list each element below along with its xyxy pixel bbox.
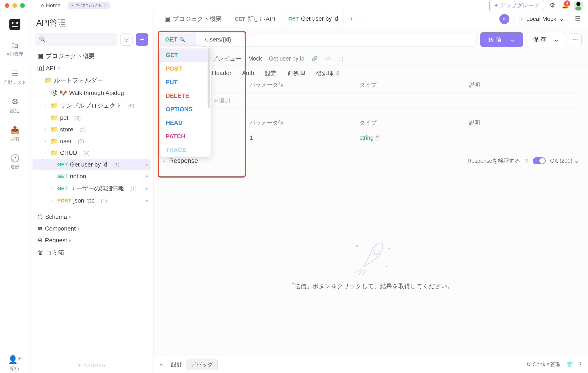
more-button[interactable]: ⋯ — [569, 33, 582, 46]
method-option-options[interactable]: OPTIONS — [160, 103, 210, 116]
menu-button[interactable]: ☰ — [573, 15, 582, 23]
close-window[interactable] — [5, 3, 9, 8]
tree-api-root[interactable]: 🄰API▾ — [32, 62, 151, 74]
code-icon[interactable]: </> — [325, 56, 332, 62]
help-button[interactable]: ? — [579, 361, 582, 368]
project-tab[interactable]: ⟳ マイプロジェクト ✕ — [68, 2, 110, 9]
tree-project-overview[interactable]: ▣プロジェクト概要 — [32, 50, 151, 62]
query-add-row[interactable]: パラメータを追加 — [163, 92, 579, 109]
settings-button[interactable]: ⚙ — [548, 1, 557, 10]
method-option-patch[interactable]: PATCH — [160, 130, 210, 143]
tree-walk-through[interactable]: Ⓜ🐶Walk through Apidog — [32, 87, 151, 99]
history-icon: 🕐 — [10, 154, 20, 163]
param-value[interactable]: 1 — [250, 134, 359, 141]
tab-get-user[interactable]: GETGet user by id — [283, 11, 344, 27]
tree-api-item[interactable]: GETnotion — [32, 170, 151, 182]
api-badge-icon: 🄰 — [38, 65, 43, 72]
method-dropdown: GET POST PUT DELETE OPTIONS HEAD PATCH T… — [160, 47, 210, 157]
rail-label: 設定 — [10, 108, 20, 114]
method-option-post[interactable]: POST — [160, 62, 210, 76]
tree-api-item[interactable]: ›GETGet user by id (1) — [32, 159, 151, 170]
validate-toggle[interactable] — [533, 157, 546, 164]
tree-folder[interactable]: ›📁サンプルプロジェクト (6) — [32, 99, 151, 112]
home-button[interactable]: ⌂ Home — [38, 0, 64, 11]
rail-history[interactable]: 🕐履歴 — [0, 152, 30, 172]
add-button[interactable]: + — [136, 33, 148, 46]
rail-share[interactable]: 📤共有 — [0, 124, 30, 143]
schema-icon: ⬡ — [38, 213, 43, 220]
tree-api-item[interactable]: ›POSTjson-rpc (1) — [32, 195, 151, 207]
url-value: /users/{id} — [205, 36, 231, 43]
method-option-delete[interactable]: DELETE — [160, 89, 210, 103]
env-refresh-button[interactable]: ⟳ — [499, 14, 509, 24]
folder-icon: 📁 — [50, 138, 58, 145]
param-tab-header[interactable]: Header — [212, 69, 231, 77]
tree-folder[interactable]: ›📁user (7) — [32, 135, 151, 147]
cookie-manager-button[interactable]: ↻ Cookie管理 — [526, 361, 560, 368]
tree-schema[interactable]: ⬡Schema▸ — [32, 211, 151, 223]
method-option-trace[interactable]: TRACE — [160, 143, 210, 157]
tree-trash[interactable]: 🗑ゴミ箱 — [32, 246, 151, 259]
tab-more-button[interactable]: ⋯ — [358, 15, 364, 22]
dropdown-scrollbar[interactable] — [208, 48, 210, 108]
subtab-mock[interactable]: Mock — [248, 55, 262, 62]
mode-debug[interactable]: デバッグ — [186, 359, 218, 370]
tab-overview[interactable]: ▣プロジェクト概要 — [159, 11, 227, 27]
response-status-selector[interactable]: OK (200)⌄ — [550, 158, 579, 164]
method-option-get[interactable]: GET — [160, 48, 210, 62]
tree: ▣プロジェクト概要 🄰API▾ 📁ルートフォルダー Ⓜ🐶Walk through… — [30, 50, 153, 360]
settings-icon: ⚙ — [11, 97, 18, 106]
subtab-preview[interactable]: プレビュー — [212, 55, 241, 62]
param-type[interactable]: string — [359, 134, 374, 141]
upgrade-button[interactable]: ✦ アップグレード — [489, 0, 544, 11]
chevron-down-icon[interactable]: ⌄ — [163, 159, 166, 163]
param-tab-settings[interactable]: 設定 — [265, 69, 277, 77]
tree-request[interactable]: ⊕Request▸ — [32, 234, 151, 246]
add-tab-button[interactable]: + — [350, 15, 353, 22]
rail-api-management[interactable]: 🗂API管理 — [0, 39, 30, 59]
path-param-row[interactable]: ✓id 1 string* — [163, 130, 579, 145]
user-avatar[interactable] — [573, 0, 583, 11]
search-input[interactable]: 🔍 — [35, 33, 117, 46]
param-tab-pre[interactable]: 前処理 — [287, 69, 305, 77]
gear-icon: ⚙ — [550, 2, 555, 9]
close-icon[interactable]: ✕ — [104, 4, 106, 7]
window-icon[interactable]: ▢ — [338, 56, 343, 62]
tree-root-folder[interactable]: 📁ルートフォルダー — [32, 74, 151, 87]
tshirt-button[interactable]: 👕 — [566, 361, 573, 368]
param-tab-auth[interactable]: Auth — [242, 69, 254, 77]
url-input[interactable]: /users/{id} — [200, 33, 476, 47]
link-icon[interactable]: 🔗 — [311, 56, 318, 62]
chevron-down-icon[interactable]: ⌄ — [506, 36, 515, 43]
tree-label: Get user by id — [70, 161, 107, 168]
environment-selector[interactable]: LoLocal Mock⌄ — [514, 13, 569, 25]
param-tab-post[interactable]: 後処理 3 — [316, 69, 340, 77]
chevron-down-icon[interactable]: ⌄ — [550, 36, 559, 43]
tree-component[interactable]: ≋Component▸ — [32, 223, 151, 234]
rail-settings[interactable]: ⚙設定 — [0, 96, 30, 115]
tab-new-api[interactable]: GET新しいAPI — [229, 11, 281, 27]
nav-rail: 🗂API管理 ☰自動テスト ⚙設定 📤共有 🕐履歴 👤⁺招待 — [0, 11, 30, 373]
rail-invite[interactable]: 👤⁺招待 — [0, 353, 30, 373]
folder-icon: 📁 — [50, 114, 58, 121]
method-selector[interactable]: GET 🔍 GET POST PUT DELETE OPTIONS HEAD P… — [160, 33, 196, 46]
collapse-button[interactable]: « — [160, 362, 163, 367]
maximize-window[interactable] — [20, 3, 25, 8]
notifications-button[interactable]: 🔔 4 — [560, 1, 570, 10]
method-option-head[interactable]: HEAD — [160, 116, 210, 130]
chevron-right-icon: ▸ — [78, 226, 82, 231]
help-icon[interactable]: ? — [525, 158, 528, 164]
tree-folder[interactable]: ›📁pet (3) — [32, 112, 151, 124]
tree-folder[interactable]: ›📁store (4) — [32, 124, 151, 135]
rail-auto-test[interactable]: ☰自動テスト — [0, 67, 30, 87]
mode-design[interactable]: 設計 — [167, 359, 186, 370]
method-option-put[interactable]: PUT — [160, 76, 210, 89]
save-button[interactable]: 保 存⌄ — [527, 32, 565, 47]
filter-button[interactable]: ▽ — [120, 33, 133, 46]
minimize-window[interactable] — [12, 3, 17, 8]
share-icon: 📤 — [10, 125, 20, 134]
response-divider[interactable]: ⋯ — [154, 145, 588, 153]
tree-api-item[interactable]: ›GETユーザーの詳細情報 (1) — [32, 182, 151, 195]
send-button[interactable]: 送 信⌄ — [480, 32, 523, 47]
tree-folder[interactable]: ›📁CRUD (4) — [32, 147, 151, 159]
